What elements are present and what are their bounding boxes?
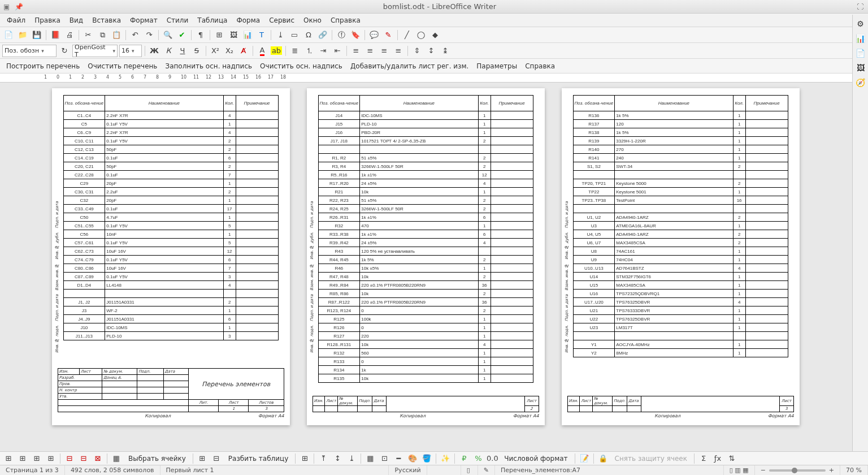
pin-icon[interactable]: 📌 <box>15 3 23 11</box>
menu-Файл[interactable]: Файл <box>2 15 30 26</box>
comment-button[interactable]: 💬 <box>368 29 380 41</box>
para-spacing-inc-button[interactable]: ↕ <box>425 45 437 57</box>
window-menu-icon[interactable]: ▣ <box>3 3 11 11</box>
save-button[interactable]: 💾 <box>31 29 43 41</box>
shapes-button[interactable]: ◯ <box>415 29 427 41</box>
insert-chart-button[interactable]: 📊 <box>241 29 254 41</box>
subscript-button[interactable]: X₂ <box>223 45 236 57</box>
increase-indent-button[interactable]: ⇥ <box>317 45 329 57</box>
menu-Вид[interactable]: Вид <box>65 15 88 26</box>
menu-Справка[interactable]: Справка <box>326 15 365 26</box>
copy-button[interactable]: ⧉ <box>96 29 108 41</box>
menu-Стили[interactable]: Стили <box>162 15 193 26</box>
paragraph-style-combo[interactable]: Поз. обозн▾ <box>2 45 57 57</box>
insert-image-button[interactable]: 🖼 <box>227 29 240 41</box>
line-button[interactable]: ╱ <box>401 29 413 41</box>
numbering-button[interactable]: ⒈ <box>303 45 315 57</box>
spellcheck-button[interactable]: ✔ <box>176 29 188 41</box>
addon-Построить-перечень[interactable]: Построить перечень <box>2 61 84 72</box>
menubar: ФайлПравкаВидВставкаФорматСтилиТаблицаФо… <box>0 14 868 27</box>
standard-toolbar: 📄 📁 💾 📕 🖨 ✂ ⧉ 📋 ↶ ↷ 🔍 ✔ ¶ ⊞ 🖼 📊 T ⤓ ▭ Ω … <box>0 27 868 43</box>
menu-Вставка[interactable]: Вставка <box>88 15 125 26</box>
addon-Справка[interactable]: Справка <box>521 61 559 72</box>
window-titlebar: ▣ 📌 bomlist.odt - LibreOffice Writer ⛶ <box>0 0 868 14</box>
page-break-button[interactable]: ⤓ <box>274 29 287 41</box>
bookmark-button[interactable]: 🔖 <box>349 29 362 41</box>
window-title: bomlist.odt - LibreOffice Writer <box>23 2 857 11</box>
align-justify-button[interactable]: ≡ <box>392 45 405 57</box>
insert-text-button[interactable]: T <box>255 29 268 41</box>
underline-button[interactable]: Ч <box>176 45 189 57</box>
hyperlink-button[interactable]: 🔗 <box>316 29 329 41</box>
strikethrough-button[interactable]: S <box>190 45 203 57</box>
addon-Параметры[interactable]: Параметры <box>472 61 521 72</box>
menu-Форма[interactable]: Форма <box>232 15 264 26</box>
menu-Сервис[interactable]: Сервис <box>264 15 299 26</box>
find-button[interactable]: 🔍 <box>162 29 174 41</box>
addon-Очистить-осн.-надпись[interactable]: Очистить осн. надпись <box>256 61 346 72</box>
menu-Правка[interactable]: Правка <box>30 15 65 26</box>
addon-toolbar: Построить переченьОчистить переченьЗапол… <box>0 59 868 74</box>
menu-Таблица[interactable]: Таблица <box>193 15 232 26</box>
menu-Окно[interactable]: Окно <box>299 15 326 26</box>
addon-Заполнить-осн.-надпись[interactable]: Заполнить осн. надпись <box>161 61 256 72</box>
horizontal-ruler[interactable]: 10123456789101112131415161718 <box>0 74 868 83</box>
properties-icon[interactable]: 📊 <box>855 33 866 44</box>
new-button[interactable]: 📄 <box>2 29 15 41</box>
italic-button[interactable]: К <box>162 45 175 57</box>
bullets-button[interactable]: ≣ <box>289 45 301 57</box>
special-char-button[interactable]: Ω <box>302 29 315 41</box>
field-button[interactable]: ▭ <box>288 29 301 41</box>
draw-functions-button[interactable]: ◆ <box>429 29 441 41</box>
font-size-combo[interactable]: 16▾ <box>119 45 142 57</box>
update-style-button[interactable]: ↻ <box>58 45 71 57</box>
highlight-button[interactable]: ab <box>270 45 283 57</box>
gallery-icon[interactable]: 🖼 <box>855 62 866 74</box>
navigator-icon[interactable]: 🧭 <box>855 77 866 83</box>
font-color-button[interactable]: A <box>256 45 268 57</box>
formatting-marks-button[interactable]: ¶ <box>194 29 207 41</box>
paste-button[interactable]: 📋 <box>110 29 123 41</box>
export-pdf-button[interactable]: 📕 <box>49 29 62 41</box>
align-right-button[interactable]: ≡ <box>378 45 390 57</box>
para-spacing-dec-button[interactable]: ↨ <box>439 45 452 57</box>
menu-Формат[interactable]: Формат <box>125 15 162 26</box>
line-spacing-button[interactable]: ⇕ <box>411 45 423 57</box>
addon-Очистить-перечень[interactable]: Очистить перечень <box>84 61 161 72</box>
decrease-indent-button[interactable]: ⇤ <box>331 45 344 57</box>
open-button[interactable]: 📁 <box>16 29 29 41</box>
sidebar-settings-icon[interactable]: ⚙ <box>855 18 866 29</box>
font-name-combo[interactable]: OpenGost T▾ <box>72 45 118 57</box>
superscript-button[interactable]: X² <box>209 45 222 57</box>
insert-table-button[interactable]: ⊞ <box>213 29 225 41</box>
align-center-button[interactable]: ≡ <box>364 45 376 57</box>
track-changes-button[interactable]: ✎ <box>382 29 394 41</box>
print-button[interactable]: 🖨 <box>63 29 76 41</box>
styles-icon[interactable]: 📄 <box>855 48 866 59</box>
maximize-icon[interactable]: ⛶ <box>857 3 865 11</box>
addon-Добавить/удалить-лист-рег.-изм.[interactable]: Добавить/удалить лист рег. изм. <box>346 61 472 72</box>
sidebar: ⚙ 📊 📄 🖼 🧭 <box>852 15 868 83</box>
align-left-button[interactable]: ≡ <box>350 45 362 57</box>
formatting-toolbar: Поз. обозн▾ ↻ OpenGost T▾ 16▾ Ж К Ч S X²… <box>0 43 868 59</box>
bold-button[interactable]: Ж <box>148 45 160 57</box>
undo-button[interactable]: ↶ <box>129 29 141 41</box>
footnote-button[interactable]: ⓕ <box>335 29 348 41</box>
redo-button[interactable]: ↷ <box>143 29 155 41</box>
clear-format-button[interactable]: A̸ <box>237 45 250 57</box>
cut-button[interactable]: ✂ <box>82 29 94 41</box>
